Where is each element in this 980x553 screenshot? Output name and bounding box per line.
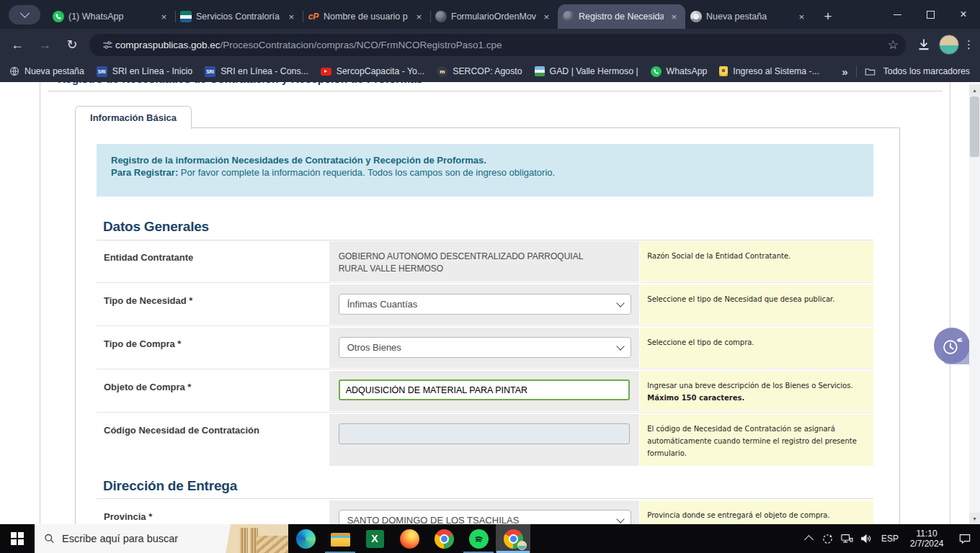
taskbar-chrome[interactable] [427,524,461,553]
taskbar-spotify[interactable] [461,524,496,553]
page-scrollbar[interactable]: ▲ ▼ [969,84,980,524]
minimize-button[interactable] [881,0,914,29]
profile-badge [517,541,527,550]
taskbar-edge[interactable] [288,524,323,553]
bookmark-nueva-pestana[interactable]: Nueva pestaña [9,66,84,77]
row-provincia: Provincia * SANTO DOMINGO DE LOS TSACHIL… [97,500,873,524]
close-button[interactable]: × [947,0,980,29]
new-tab-button[interactable]: + [818,6,838,27]
bookmark-star-icon[interactable]: ☆ [888,37,899,53]
windows-logo-icon [11,532,24,545]
bookmark-sercopcapacita[interactable]: SercopCapacita - Yo... [321,66,424,76]
tab-close-icon[interactable]: × [540,11,553,23]
chevron-down-icon [20,9,30,18]
taskbar-firefox[interactable] [392,524,427,553]
url-path: /ProcesoContratacion/compras/NCO/FrmNCOR… [220,40,882,50]
tab-close-icon[interactable]: × [285,11,298,23]
chevron-down-icon [616,515,624,523]
scroll-up-icon[interactable]: ▲ [969,84,980,96]
bookmark-whatsapp[interactable]: WhatsApp [651,66,708,77]
tipo-necesidad-select[interactable]: Ínfimas Cuantías [339,294,631,315]
scroll-down-icon[interactable]: ▼ [969,513,980,524]
bookmark-sri-consultas[interactable]: SRI en Línea - Cons... [205,66,308,77]
field-help: Seleccione el tipo de compra. [640,328,873,368]
search-placeholder: Escribe aquí para buscar [62,533,178,544]
browser-tab-whatsapp[interactable]: (1) WhatsApp × [48,4,175,29]
tipo-compra-select[interactable]: Otros Bienes [339,337,631,358]
bookmark-gad-valle-hermoso[interactable]: GAD | Valle Hermoso | [535,66,638,76]
bookmark-label: Nueva pestaña [24,66,84,76]
tab-informacion-basica[interactable]: Información Básica [75,106,192,129]
file-explorer-icon [331,531,350,547]
profile-avatar[interactable] [939,35,959,55]
entidad-contratante-value: GOBIERNO AUTONOMO DESCENTRALIZADO PARROQ… [329,241,621,275]
bookmarks-overflow-icon[interactable]: » [842,66,847,78]
start-button[interactable] [0,524,35,553]
firefox-icon [400,529,419,549]
reload-button[interactable]: ↻ [62,35,82,55]
bookmark-label: SRI en Línea - Inicio [112,66,192,76]
browser-tab-formulario[interactable]: FormularioOrdenMov × [430,4,558,29]
bookmarks-bar: Nueva pestaña SRI en Línea - Inicio SRI … [0,60,980,82]
address-bar[interactable]: compraspublicas.gob.ec /ProcesoContratac… [89,34,906,56]
all-bookmarks-button[interactable]: Todos los marcadores [883,66,970,76]
volume-icon[interactable] [856,524,876,553]
action-center-button[interactable] [950,524,980,553]
notice-line1: Registro de la información Necesidades d… [111,155,486,166]
field-value-cell: SANTO DOMINGO DE LOS TSACHILAS [329,500,640,524]
browser-tab-nueva[interactable]: Nueva pestaña × [685,4,813,29]
bookmark-sercop-agosto[interactable]: SERCOP: Agosto [437,66,522,77]
chrome-icon [435,529,454,549]
tray-app-icon[interactable] [818,524,837,553]
globe-icon [9,66,19,77]
bookmark-label: Ingreso al Sistema -... [733,66,819,76]
browser-tab-registro-active[interactable]: Registro de Necesida × [558,4,685,29]
field-value-cell: Otros Bienes [329,328,640,368]
search-promo-image[interactable] [223,524,288,553]
clock-wing-icon [940,333,964,358]
language-indicator[interactable]: ESP [876,524,904,553]
tab-title: Nombre de usuario p [324,12,409,22]
whatsapp-icon [651,66,662,77]
taskbar-search-box[interactable]: Escribe aquí para buscar [35,524,288,553]
tab-search-button[interactable] [9,5,40,24]
gad-icon [535,66,545,76]
browser-tab-usuario[interactable]: Nombre de usuario p × [303,4,430,29]
windows-taskbar: Escribe aquí para buscar [0,524,980,553]
tab-close-icon[interactable]: × [796,11,808,23]
page-title-clipped: » Registro de Necesidades de Contratació… [48,82,950,89]
objeto-compra-input[interactable] [339,379,630,400]
network-icon[interactable] [837,524,856,553]
bookmark-sri-inicio[interactable]: SRI en Línea - Inicio [97,66,192,77]
tab-close-icon[interactable]: × [413,11,425,23]
scrollbar-thumb[interactable] [970,96,979,157]
browser-tab-bar: (1) WhatsApp × Servicios Contraloría × N… [0,0,980,29]
taskbar-file-explorer[interactable] [323,524,357,553]
tab-close-icon[interactable]: × [158,11,170,23]
browser-tab-contraloria[interactable]: Servicios Contraloría × [175,4,303,29]
site-info-icon[interactable] [99,34,115,55]
forward-button[interactable]: → [35,35,55,55]
taskbar-clock[interactable]: 11:10 2/7/2024 [904,524,950,553]
tray-expand-button[interactable] [799,524,818,553]
column-art [240,528,248,553]
tab-strip: (1) WhatsApp × Servicios Contraloría × N… [48,4,813,29]
browser-menu-icon[interactable]: ⋮ [963,38,974,51]
downloads-button[interactable] [913,34,935,55]
taskbar-excel[interactable] [357,524,392,553]
form-rows-2: Provincia * SANTO DOMINGO DE LOS TSACHIL… [97,500,873,524]
divider [97,498,873,499]
taskbar-chrome-profile-active[interactable] [496,524,530,553]
session-timer-widget[interactable] [934,328,970,364]
bookmark-ingreso-sistema[interactable]: Ingreso al Sistema -... [719,66,819,76]
provincia-select[interactable]: SANTO DOMINGO DE LOS TSACHILAS [339,510,631,524]
row-objeto-compra: Objeto de Compra * Ingresar una breve de… [97,371,873,411]
maximize-button[interactable] [914,0,947,29]
tab-close-icon[interactable]: × [668,11,680,23]
chevron-up-icon [804,535,814,544]
divider [856,66,857,77]
back-button[interactable]: ← [7,35,27,55]
minimize-icon [894,14,901,15]
bookmark-label: SERCOP: Agosto [453,66,522,76]
field-help: Razón Social de la Entidad Contratante. [640,241,873,282]
